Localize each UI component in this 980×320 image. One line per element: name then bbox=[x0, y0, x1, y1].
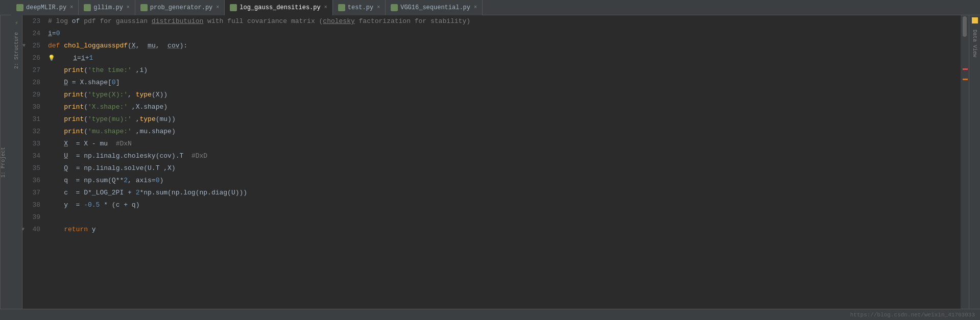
tab-log-gauss-densities[interactable]: log_gauss_densities.py × bbox=[225, 0, 332, 15]
line-num-37: 37 bbox=[22, 187, 40, 199]
minimap-marker-2 bbox=[963, 79, 968, 80]
tab-vgg16[interactable]: VGG16_sequential.py × bbox=[386, 0, 483, 15]
status-url: https://blog.csdn.net/weixin_41703033 bbox=[850, 312, 975, 318]
line-num-23: 23 bbox=[22, 15, 40, 28]
code-line-37: c = D*_LOG_2PI + 2*np.sum(np.log(np.diag… bbox=[48, 187, 961, 199]
code-line-38: y = -0.5 * (c + q) bbox=[48, 199, 961, 211]
tab-icon-test bbox=[338, 4, 345, 11]
line-num-31: 31 bbox=[22, 113, 40, 126]
code-line-27: print('the time:' ,i) bbox=[48, 64, 961, 77]
code-line-33: X = X - mu #DxN bbox=[48, 138, 961, 150]
line-numbers: 23 24 ▼25 26 27 28 29 30 31 32 33 34 35 … bbox=[22, 15, 45, 309]
tab-close-vgg16[interactable]: × bbox=[474, 5, 477, 10]
tab-label-log-gauss-densities: log_gauss_densities.py bbox=[240, 4, 320, 11]
main-layout: 1: Project ⚡ 2: Structure 23 24 ▼25 26 2… bbox=[0, 15, 980, 309]
code-line-35: Q = np.linalg.solve(U.T ,X) bbox=[48, 162, 961, 175]
tab-deepMLIR[interactable]: deepMLIR.py × bbox=[11, 0, 79, 15]
tab-label-vgg16: VGG16_sequential.py bbox=[400, 4, 470, 11]
code-line-25: def chol_loggausspdf(X, mu, cov): bbox=[48, 40, 961, 52]
code-line-32: print('mu.shape:' ,mu.shape) bbox=[48, 126, 961, 138]
tab-icon-prob-generator bbox=[140, 4, 148, 11]
tab-icon-vgg16 bbox=[391, 4, 398, 11]
tab-icon-log-gauss-densities bbox=[230, 4, 237, 11]
tab-bar: deepMLIR.py × gllim.py × prob_generator.… bbox=[0, 0, 980, 15]
minimap-indicators bbox=[961, 38, 969, 309]
code-line-39 bbox=[48, 211, 961, 224]
code-container: 23 24 ▼25 26 27 28 29 30 31 32 33 34 35 … bbox=[22, 15, 961, 309]
status-bar: https://blog.csdn.net/weixin_41703033 bbox=[0, 309, 980, 320]
code-var-i24: i bbox=[48, 28, 52, 40]
code-line-28: D = X.shape[0] bbox=[48, 77, 961, 89]
code-line-36: q = np.sum(Q**2, axis=0) bbox=[48, 175, 961, 187]
structure-panel[interactable]: ⚡ 2: Structure bbox=[11, 15, 22, 309]
line-num-28: 28 bbox=[22, 77, 40, 89]
line-num-30: 30 bbox=[22, 101, 40, 113]
code-line-30: print('X.shape:' ,X.shape) bbox=[48, 101, 961, 113]
project-label: 1: Project bbox=[1, 147, 6, 178]
code-lines: # log of pdf for gaussian distributuion … bbox=[45, 15, 961, 309]
structure-label[interactable]: 2: Structure bbox=[14, 30, 19, 71]
scrollbar-thumb[interactable] bbox=[963, 16, 967, 37]
code-line-29: print('type(X):', type(X)) bbox=[48, 89, 961, 101]
tab-icon-gllim bbox=[84, 4, 91, 11]
tab-test[interactable]: test.py × bbox=[333, 0, 386, 15]
line-num-35: 35 bbox=[22, 162, 40, 175]
tab-close-deepMLIR[interactable]: × bbox=[70, 5, 73, 10]
editor-area: 23 24 ▼25 26 27 28 29 30 31 32 33 34 35 … bbox=[22, 15, 961, 309]
project-panel[interactable]: 1: Project bbox=[0, 15, 11, 309]
tab-icon-deepMLIR bbox=[16, 4, 23, 11]
line-num-38: 38 bbox=[22, 199, 40, 211]
tab-prob-generator[interactable]: prob_generator.py × bbox=[135, 0, 225, 15]
tab-close-gllim[interactable]: × bbox=[127, 5, 130, 10]
hint-icon-26: 💡 bbox=[48, 52, 55, 64]
code-line-40: return y bbox=[48, 224, 961, 236]
line-num-33: 33 bbox=[22, 138, 40, 150]
tab-label-prob-generator: prob_generator.py bbox=[150, 4, 212, 11]
code-line-26: 💡 i=i+1 bbox=[48, 52, 961, 64]
line-num-29: 29 bbox=[22, 89, 40, 101]
right-scrollbar-panel bbox=[961, 15, 969, 309]
line-num-36: 36 bbox=[22, 175, 40, 187]
tab-label-gllim: gllim.py bbox=[93, 4, 123, 11]
code-comment-23: # log of pdf for gaussian distributuion … bbox=[48, 15, 470, 28]
tab-close-prob-generator[interactable]: × bbox=[216, 5, 219, 10]
minimap-marker-1 bbox=[963, 68, 968, 70]
line-num-25[interactable]: ▼25 bbox=[22, 40, 40, 52]
tab-close-log-gauss-densities[interactable]: × bbox=[324, 5, 327, 10]
line-num-34: 34 bbox=[22, 150, 40, 162]
code-line-31: print('type(mu):' ,type(mu)) bbox=[48, 113, 961, 126]
line-num-27: 27 bbox=[22, 64, 40, 77]
tab-gllim[interactable]: gllim.py × bbox=[79, 0, 135, 15]
line-num-26: 26 bbox=[22, 52, 40, 64]
tab-close-test[interactable]: × bbox=[377, 5, 380, 10]
line-num-40[interactable]: ▼40 bbox=[22, 224, 40, 236]
code-line-24: i=0 bbox=[48, 28, 961, 40]
tab-label-deepMLIR: deepMLIR.py bbox=[26, 4, 66, 11]
line-num-32: 32 bbox=[22, 126, 40, 138]
structure-icon: ⚡ bbox=[13, 15, 20, 30]
line-num-39: 39 bbox=[22, 211, 40, 224]
data-view-label[interactable]: Data View bbox=[972, 26, 977, 61]
tab-label-test: test.py bbox=[348, 4, 373, 11]
code-line-34: U = np.linalg.cholesky(cov).T #DxD bbox=[48, 150, 961, 162]
data-view-icon bbox=[972, 17, 978, 23]
line-num-24: 24 bbox=[22, 28, 40, 40]
data-view-panel[interactable]: Data View bbox=[969, 15, 980, 309]
code-line-23: # log of pdf for gaussian distributuion … bbox=[48, 15, 961, 28]
